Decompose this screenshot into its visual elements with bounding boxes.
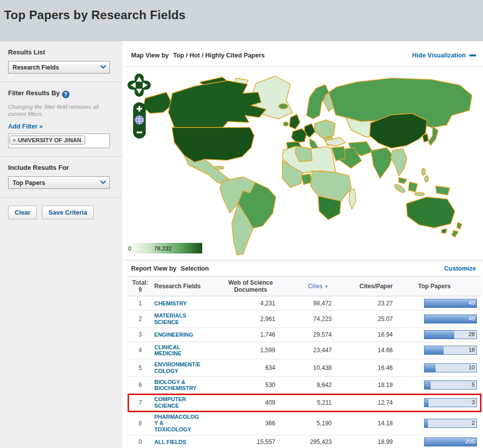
top-papers-bar-value: 28 bbox=[468, 331, 475, 337]
top-papers-bar: 10 bbox=[424, 363, 477, 372]
row-cites: 74,223 bbox=[288, 315, 334, 323]
row-rank: 7 bbox=[128, 399, 152, 406]
main-panel: Map View by Top / Hot / Highly Cited Pap… bbox=[124, 41, 483, 448]
report-table: Total: 9 Research Fields Web of Science … bbox=[128, 276, 481, 448]
row-rank: 6 bbox=[128, 381, 152, 389]
map-zoom-control bbox=[133, 102, 146, 139]
column-header-wos-documents: Web of Science Documents bbox=[218, 279, 288, 293]
top-papers-bar: 205 bbox=[424, 437, 477, 446]
top-papers-bar: 2 bbox=[424, 419, 477, 428]
row-field-link[interactable]: MATERIALS SCIENCE bbox=[154, 312, 201, 325]
top-papers-bar-value: 3 bbox=[472, 399, 475, 405]
filter-section: Filter Results By? Changing the filter f… bbox=[0, 82, 123, 157]
top-papers-bar-fill bbox=[425, 399, 429, 407]
top-papers-bar-value: 5 bbox=[472, 381, 475, 388]
row-docs: 2,961 bbox=[218, 315, 288, 323]
report-view-label: Report View by bbox=[131, 265, 176, 272]
row-docs: 1,599 bbox=[218, 347, 288, 354]
row-cites-per-paper: 23.27 bbox=[334, 300, 397, 307]
row-cites: 98,472 bbox=[288, 300, 334, 307]
top-papers-bar-fill bbox=[425, 331, 454, 339]
row-cites-per-paper: 12.74 bbox=[334, 399, 397, 406]
include-results-label: Include Results For bbox=[8, 164, 114, 171]
row-cites: 295,423 bbox=[288, 438, 334, 445]
column-header-top-papers: Top Papers bbox=[397, 283, 481, 290]
row-cites-per-paper: 18.99 bbox=[334, 438, 397, 445]
row-cites: 5,190 bbox=[288, 420, 334, 427]
row-rank: 0 bbox=[128, 438, 152, 445]
row-field-link[interactable]: COMPUTER SCIENCE bbox=[154, 396, 201, 409]
row-rank: 2 bbox=[128, 315, 152, 323]
include-results-selected: Top Papers bbox=[13, 179, 45, 186]
filter-tag-label: UNIVERSITY OF JINAN bbox=[18, 137, 81, 143]
column-header-cites-sort[interactable]: Cites ▼ bbox=[288, 283, 334, 290]
top-papers-bar-fill bbox=[425, 346, 444, 354]
row-field-link[interactable]: ENGINEERING bbox=[154, 332, 201, 338]
sidebar-buttons: Clear Save Criteria bbox=[0, 198, 123, 227]
row-docs: 530 bbox=[218, 381, 288, 389]
results-list-section: Results List Research Fields bbox=[0, 41, 123, 82]
choropleth-map[interactable] bbox=[124, 67, 481, 261]
report-table-body: 1 CHEMISTRY 4,231 98,472 23.27 49 2 MATE… bbox=[128, 296, 481, 448]
table-row: 4 CLINICAL MEDICINE 1,599 23,447 14.66 1… bbox=[128, 342, 481, 360]
row-field-link[interactable]: BIOLOGY & BIOCHEMISTRY bbox=[154, 379, 201, 392]
row-rank: 8 bbox=[128, 420, 152, 427]
row-docs: 15,557 bbox=[218, 438, 288, 445]
report-view-title: Selection bbox=[181, 265, 209, 272]
row-rank: 5 bbox=[128, 364, 152, 371]
table-row: 7 COMPUTER SCIENCE 409 5,211 12.74 3 bbox=[128, 394, 481, 412]
help-icon[interactable]: ? bbox=[62, 91, 70, 98]
row-cites-per-paper: 25.07 bbox=[334, 315, 397, 323]
table-row: 2 MATERIALS SCIENCE 2,961 74,223 25.07 4… bbox=[128, 310, 481, 328]
row-cites-per-paper: 16.46 bbox=[334, 364, 397, 371]
legend-max: 78,232 bbox=[154, 245, 171, 251]
top-papers-bar-fill bbox=[425, 364, 436, 372]
map-pan-control bbox=[128, 74, 151, 97]
row-field-link[interactable]: ALL FIELDS bbox=[154, 439, 201, 445]
table-row: 3 ENGINEERING 1,746 29,574 16.94 28 bbox=[128, 328, 481, 342]
top-papers-bar-value: 18 bbox=[468, 347, 475, 353]
filter-label: Filter Results By bbox=[8, 89, 60, 97]
results-list-selected: Research Fields bbox=[13, 64, 59, 71]
clear-button[interactable]: Clear bbox=[8, 206, 37, 219]
top-papers-bar-value: 2 bbox=[472, 420, 475, 426]
chevron-down-icon bbox=[96, 61, 109, 73]
top-papers-bar: 28 bbox=[424, 330, 477, 339]
add-filter-link[interactable]: Add Filter » bbox=[8, 123, 43, 130]
table-row: 1 CHEMISTRY 4,231 98,472 23.27 49 bbox=[128, 296, 481, 310]
save-criteria-button[interactable]: Save Criteria bbox=[42, 206, 93, 219]
top-papers-bar-value: 10 bbox=[468, 364, 475, 370]
row-field-link[interactable]: CHEMISTRY bbox=[154, 300, 201, 307]
table-header-row: Total: 9 Research Fields Web of Science … bbox=[128, 276, 481, 296]
customize-link[interactable]: Customize bbox=[444, 265, 476, 272]
row-field-link[interactable]: CLINICAL MEDICINE bbox=[154, 344, 201, 357]
row-field-link[interactable]: PHARMACOLOGY & TOXICOLOGY bbox=[154, 414, 201, 433]
table-row: 5 ENVIRONMENT/ECOLOGY 634 10,438 16.46 1… bbox=[128, 359, 481, 377]
map-view-title: Top / Hot / Highly Cited Papers bbox=[173, 52, 265, 59]
table-row: 8 PHARMACOLOGY & TOXICOLOGY 366 5,190 14… bbox=[128, 412, 481, 435]
row-cites: 29,574 bbox=[288, 331, 334, 338]
results-list-select[interactable]: Research Fields bbox=[8, 61, 110, 74]
minus-icon bbox=[469, 54, 476, 56]
map-view-header: Map View by Top / Hot / Highly Cited Pap… bbox=[124, 41, 483, 67]
row-rank: 4 bbox=[128, 347, 152, 354]
page-header: Top Papers by Research Fields bbox=[0, 0, 483, 41]
row-field-link[interactable]: ENVIRONMENT/ECOLOGY bbox=[154, 361, 201, 374]
map-view-label: Map View by bbox=[131, 52, 169, 59]
hide-visualization-link[interactable]: Hide Visualization bbox=[412, 52, 476, 59]
filter-tag: × UNIVERSITY OF JINAN bbox=[10, 136, 85, 145]
world-map: 0 78,232 bbox=[124, 67, 483, 261]
top-papers-bar-value: 205 bbox=[465, 438, 475, 444]
filter-input[interactable]: × UNIVERSITY OF JINAN bbox=[8, 134, 110, 148]
filter-note: Changing the filter field removes all cu… bbox=[8, 103, 114, 117]
total-label: Total: bbox=[128, 279, 152, 286]
row-cites: 5,211 bbox=[288, 399, 334, 406]
page-title: Top Papers by Research Fields bbox=[4, 8, 478, 22]
total-value: 9 bbox=[128, 286, 152, 293]
row-cites-per-paper: 16.94 bbox=[334, 331, 397, 338]
include-results-select[interactable]: Top Papers bbox=[8, 176, 110, 189]
remove-filter-icon[interactable]: × bbox=[13, 137, 16, 143]
row-rank: 3 bbox=[128, 331, 152, 338]
row-cites-per-paper: 14.18 bbox=[334, 420, 397, 427]
chevron-down-icon bbox=[96, 177, 109, 188]
